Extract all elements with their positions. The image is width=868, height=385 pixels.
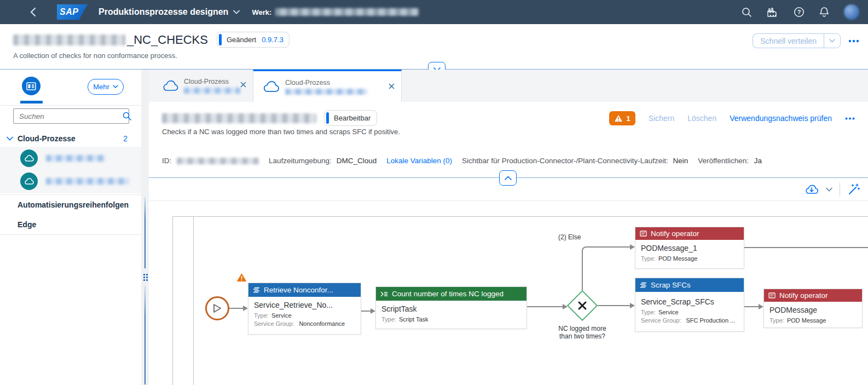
chevron-down-icon[interactable] (826, 187, 832, 192)
app-title-menu[interactable]: Produktionsprozesse designen (99, 7, 240, 17)
search-input[interactable] (18, 112, 118, 121)
magic-wand-icon[interactable] (847, 183, 860, 196)
delete-button[interactable]: Löschen (687, 114, 716, 123)
sequence-flow (526, 306, 564, 307)
main-panel: Cloud-Prozess Cloud-Prozess (149, 70, 868, 385)
task-name: PODMessage (769, 306, 857, 314)
arrowhead (243, 306, 248, 311)
save-button[interactable]: Sichern (649, 114, 674, 123)
play-icon (213, 303, 222, 313)
type-value: POD Message (658, 255, 698, 262)
task-title: Count number of times NC logged (392, 290, 504, 298)
bpmn-canvas[interactable]: DMC_Cloud (149, 200, 868, 385)
quick-deploy-arrow-button[interactable] (824, 33, 841, 48)
sequence-flow (598, 305, 630, 306)
info-collapse-button[interactable] (499, 170, 517, 186)
sidebar-item-automatisierungsreihenfolgen[interactable]: Automatisierungsreihenfolgen (0, 194, 141, 215)
chevron-down-icon (829, 39, 835, 43)
avatar[interactable] (844, 4, 859, 20)
start-event[interactable] (205, 296, 229, 320)
more-label: Mehr (93, 83, 109, 91)
tab-type-label: Cloud-Prozess (285, 79, 367, 87)
quick-deploy-button[interactable]: Schnell verteilen (753, 33, 824, 48)
editable-badge: Bearbeitbar (324, 110, 377, 126)
list-item-cloud-process-1[interactable] (0, 147, 141, 170)
cloud-icon (20, 150, 38, 167)
sequence-flow (744, 247, 868, 248)
task-count-nc-logged[interactable]: Count number of times NC logged ScriptTa… (375, 286, 527, 329)
arrowhead (630, 244, 635, 250)
local-variables-link[interactable]: Lokale Variablen (0) (386, 157, 452, 165)
task-retrieve-nonconformance[interactable]: Retrieve Nonconfor... Service_Retrieve_N… (248, 283, 361, 335)
task-notify-operator-1[interactable]: Notify operator PODMessage_1 Type:POD Me… (635, 227, 744, 269)
redacted-title-prefix (13, 35, 125, 45)
type-label: Type: (381, 316, 396, 323)
type-value: POD Message (787, 317, 826, 324)
sidebar-item-edge[interactable]: Edge (0, 215, 141, 235)
tab-cloud-process-1[interactable]: Cloud-Prozess (153, 70, 253, 102)
back-icon[interactable] (30, 7, 36, 17)
search-icon[interactable] (742, 7, 752, 18)
redacted-id-value (177, 158, 259, 164)
page-title-suffix: _NC_CHECKS (127, 33, 208, 47)
task-notify-operator-2[interactable]: Notify operator PODMessage Type:POD Mess… (763, 289, 863, 328)
splitter-grip[interactable] (143, 270, 148, 284)
else-flow-label: (2) Else (558, 233, 581, 241)
plant-factory-icon[interactable] (767, 7, 779, 18)
werk-label: Werk: (252, 8, 271, 16)
close-icon[interactable] (240, 82, 246, 88)
cloud-icon (262, 81, 280, 93)
task-name: ScriptTask (381, 304, 521, 313)
help-icon[interactable]: ? (794, 7, 805, 18)
header-overflow-icon[interactable] (848, 39, 859, 43)
type-label: Type: (254, 312, 269, 319)
task-title: Notify operator (779, 291, 828, 300)
cloud-download-icon[interactable] (805, 184, 819, 195)
warning-count: 1 (626, 114, 630, 123)
splitter-line (144, 197, 146, 268)
sidebar-item-label: Automatisierungsreihenfolgen (18, 200, 129, 209)
editable-badge-label: Bearbeitbar (329, 111, 377, 125)
status-badge: Geändert 0.9.7.3 (217, 32, 290, 48)
splitter-line (144, 286, 146, 384)
redacted-process-name (46, 155, 105, 162)
process-card-icon (26, 82, 36, 90)
process-description: Checks if a NC was logged more than two … (162, 128, 400, 136)
close-icon[interactable] (389, 83, 395, 89)
notifications-bell-icon[interactable] (819, 7, 829, 18)
redacted-process-title (162, 113, 316, 123)
publish-label: Veröffentlichen: (698, 157, 749, 165)
list-item-cloud-process-2[interactable] (0, 170, 141, 193)
task-warning-icon[interactable] (236, 273, 247, 282)
cloud-process-list (0, 147, 141, 193)
type-label: Type: (641, 309, 656, 315)
service-task-icon (640, 281, 647, 289)
search-field[interactable] (13, 108, 129, 124)
service-group-label: Service Group: (641, 317, 681, 324)
sequence-flow (229, 308, 244, 309)
task-title: Notify operator (651, 229, 699, 238)
sidebar-splitter[interactable] (141, 70, 149, 385)
pod-message-icon (768, 292, 776, 298)
chevron-down-icon[interactable] (7, 136, 13, 141)
section-cloud-prozesse[interactable]: Cloud-Prozesse 2 (0, 130, 141, 147)
gateway-x-icon (575, 298, 589, 313)
task-scrap-sfcs[interactable]: Scrap SFCs Service_Scrap_SFCs Type:Servi… (635, 278, 744, 332)
redacted-tab-name (184, 88, 240, 94)
where-used-button[interactable]: Verwendungsnachweis prüfen (730, 114, 832, 123)
pod-message-icon (640, 231, 647, 237)
version-label[interactable]: 0.9.7.3 (262, 32, 289, 47)
sidebar-tab-processes[interactable] (22, 77, 40, 95)
more-button[interactable]: Mehr (88, 79, 124, 95)
search-icon[interactable] (123, 112, 131, 120)
tab-cloud-process-2-active[interactable]: Cloud-Prozess (253, 70, 402, 102)
arrowhead (630, 303, 635, 308)
warning-count-button[interactable]: 1 (609, 111, 635, 125)
runtime-value: DMC_Cloud (337, 157, 377, 165)
type-label: Type: (769, 317, 784, 324)
script-task-icon (380, 291, 388, 297)
gateway-label: NC logged more than two times? (539, 325, 626, 340)
sidebar-item-label: Edge (18, 220, 36, 229)
process-overflow-icon[interactable] (845, 117, 855, 120)
type-value: Service (658, 309, 679, 315)
